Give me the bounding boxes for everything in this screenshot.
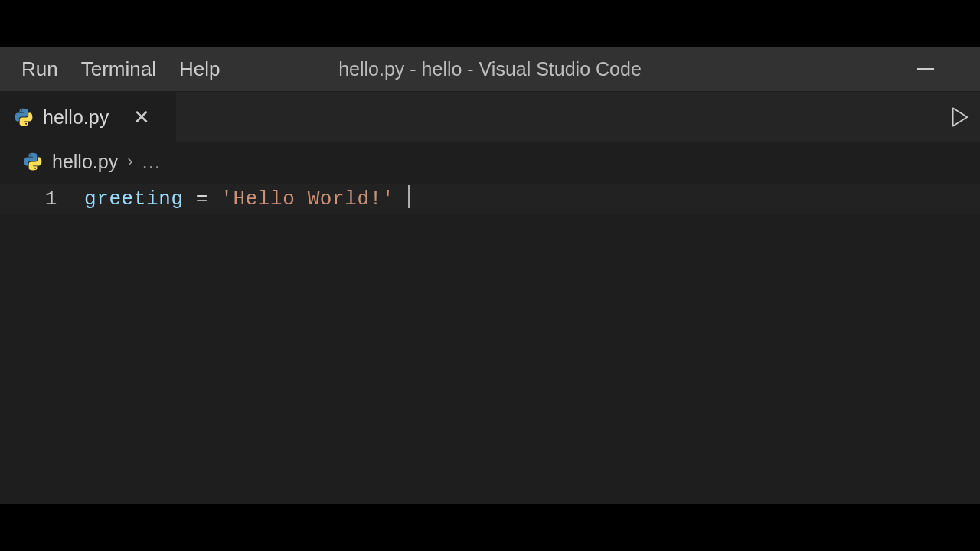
tab-bar: hello.py ✕: [0, 92, 980, 142]
vscode-window: Run Terminal Help hello.py - hello - Vis…: [0, 47, 980, 504]
text-cursor: [408, 185, 410, 208]
token-operator: =: [184, 187, 221, 210]
code-line-1[interactable]: greeting = 'Hello World!': [84, 184, 980, 214]
token-variable: greeting: [84, 187, 184, 210]
breadcrumb-ellipsis[interactable]: ...: [142, 150, 162, 174]
token-string: 'Hello World!': [220, 187, 394, 210]
code-editor[interactable]: 1 greeting = 'Hello World!': [0, 181, 980, 504]
minimize-icon[interactable]: [917, 68, 934, 70]
chevron-right-icon: ›: [127, 152, 132, 171]
code-area[interactable]: greeting = 'Hello World!': [84, 181, 980, 504]
python-file-icon: [23, 152, 43, 171]
tab-label: hello.py: [43, 106, 109, 129]
python-file-icon: [14, 107, 34, 127]
line-gutter: 1: [0, 181, 84, 504]
close-icon[interactable]: ✕: [133, 107, 150, 127]
run-button[interactable]: [951, 106, 969, 128]
window-controls: [917, 47, 934, 91]
menu-run[interactable]: Run: [21, 57, 58, 81]
breadcrumb[interactable]: hello.py › ...: [0, 142, 980, 181]
title-bar: Run Terminal Help hello.py - hello - Vis…: [0, 47, 980, 92]
menu-bar: Run Terminal Help: [0, 57, 220, 81]
menu-help[interactable]: Help: [179, 57, 220, 81]
line-number: 1: [0, 184, 57, 214]
tab-hello-py[interactable]: hello.py ✕: [0, 92, 176, 142]
menu-terminal[interactable]: Terminal: [81, 57, 156, 81]
breadcrumb-file[interactable]: hello.py: [52, 151, 118, 173]
